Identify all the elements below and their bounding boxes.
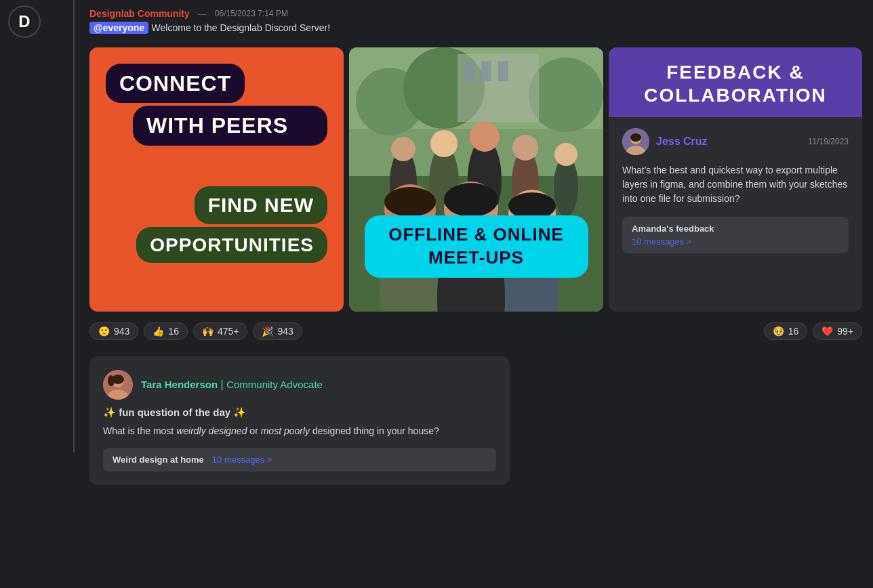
reactions-right: 🥹 16 ❤️ 99+	[764, 322, 873, 340]
card-photo: OFFLINE & ONLINE MEET-UPS	[349, 47, 603, 312]
cards-row: CONNECT WITH PEERS FIND NEW OPPORTUNITIE…	[49, 42, 873, 317]
svg-point-25	[384, 187, 436, 217]
feedback-body: Jess Cruz 11/19/2023 What's the best and…	[609, 117, 862, 264]
connect-bubble-3: FIND NEW	[195, 186, 327, 224]
reaction-thumbsup-count: 16	[168, 326, 179, 337]
svg-point-15	[470, 122, 500, 152]
svg-point-24	[444, 183, 498, 217]
separator: —	[198, 9, 207, 19]
svg-rect-8	[481, 61, 491, 81]
reaction-heart-emoji: ❤️	[821, 326, 833, 337]
feedback-question: What's the best and quickest way to expo…	[622, 163, 849, 206]
connect-bubble-1: CONNECT	[106, 64, 245, 103]
feedback-date: 11/19/2023	[808, 137, 849, 146]
message-body: What is the most weirdly designed or mos…	[103, 424, 496, 438]
offline-text-1: OFFLINE & ONLINE	[388, 224, 564, 245]
welcome-line: @everyone Welcome to the Designlab Disco…	[89, 22, 862, 34]
reaction-party-emoji: 🎉	[262, 326, 273, 337]
timeline-line	[73, 0, 75, 453]
timestamp: 06/15/2023 7:14 PM	[215, 9, 288, 18]
reaction-heart-eyes-emoji: 🥹	[773, 326, 784, 337]
tara-avatar	[103, 370, 133, 400]
feedback-thread[interactable]: Amanda's feedback 10 messages >	[622, 217, 849, 253]
feedback-title-line2: COLLABORATION	[644, 85, 827, 106]
svg-point-17	[512, 135, 538, 161]
svg-point-36	[630, 133, 641, 142]
bottom-user-row: Tara Henderson | Community Advocate	[103, 370, 496, 400]
body-part3: designed thing in your house?	[310, 425, 439, 436]
designlab-logo[interactable]: D	[8, 5, 41, 38]
reaction-smiley-count: 943	[114, 326, 129, 337]
photo-bg: OFFLINE & ONLINE MEET-UPS	[349, 47, 603, 312]
feedback-title-line1: FEEDBACK &	[666, 62, 805, 83]
tara-separator: |	[221, 379, 227, 390]
feedback-header-bg: FEEDBACK & COLLABORATION	[609, 47, 862, 117]
reactions-row: 🙂 943 👍 16 🙌 475+ 🎉 943 🥹 16	[49, 317, 873, 345]
message-meta: Designlab Community — 06/15/2023 7:14 PM	[89, 8, 862, 19]
body-italic2: most poorly	[261, 425, 310, 436]
feedback-title: FEEDBACK & COLLABORATION	[625, 61, 846, 106]
svg-point-19	[554, 143, 577, 166]
body-part2: or	[247, 425, 260, 436]
reaction-thumbsup-emoji: 👍	[153, 326, 164, 337]
tara-role: Community Advocate	[226, 379, 323, 390]
message-header: Designlab Community — 06/15/2023 7:14 PM…	[49, 0, 873, 39]
reaction-heart-count: 99+	[837, 326, 853, 337]
tara-name: Tara Henderson	[141, 379, 218, 390]
reaction-heart-eyes[interactable]: 🥹 16	[764, 322, 808, 340]
offline-bubble: OFFLINE & ONLINE MEET-UPS	[365, 215, 588, 278]
bottom-thread-title: Weird design at home	[113, 455, 204, 465]
svg-point-13	[430, 130, 458, 157]
bottom-thread-link[interactable]: 10 messages >	[212, 455, 272, 465]
svg-point-41	[108, 375, 115, 386]
svg-point-5	[529, 58, 603, 132]
svg-rect-9	[498, 61, 508, 81]
reaction-raised-hands[interactable]: 🙌 475+	[193, 322, 248, 340]
feedback-thread-title: Amanda's feedback	[632, 224, 839, 234]
feedback-thread-link[interactable]: 10 messages >	[632, 236, 839, 247]
welcome-text: Welcome to the Designlab Discord Server!	[152, 22, 331, 33]
reaction-heart-eyes-count: 16	[788, 326, 799, 337]
card-feedback: FEEDBACK & COLLABORATION	[609, 47, 862, 312]
svg-rect-7	[464, 61, 474, 81]
bottom-message: Tara Henderson | Community Advocate ✨ fu…	[89, 356, 510, 485]
reaction-smiley-emoji: 🙂	[98, 326, 110, 337]
tara-name-role: Tara Henderson | Community Advocate	[141, 379, 323, 391]
body-italic1: weirdly designed	[176, 425, 247, 436]
offline-text-2: MEET-UPS	[428, 247, 524, 268]
fun-question-label: ✨ fun question of the day ✨	[103, 406, 496, 419]
reaction-thumbsup[interactable]: 👍 16	[144, 322, 188, 340]
reaction-party[interactable]: 🎉 943	[253, 322, 302, 340]
jess-avatar	[622, 128, 649, 155]
card-connect: CONNECT WITH PEERS FIND NEW OPPORTUNITIE…	[89, 47, 344, 312]
reaction-smiley[interactable]: 🙂 943	[89, 322, 138, 340]
mention-badge[interactable]: @everyone	[89, 22, 148, 34]
connect-bubble-2: WITH PEERS	[133, 106, 327, 145]
sidebar: D	[0, 0, 49, 588]
server-name: Designlab Community	[89, 8, 190, 19]
feedback-user-name: Jess Cruz	[656, 135, 708, 148]
connect-bubble-4: OPPORTUNITIES	[136, 227, 327, 264]
reaction-raised-hands-emoji: 🙌	[202, 326, 214, 337]
reaction-raised-hands-count: 475+	[218, 326, 239, 337]
main-content: Designlab Community — 06/15/2023 7:14 PM…	[49, 0, 873, 588]
body-part1: What is the most	[103, 425, 176, 436]
feedback-user-row: Jess Cruz 11/19/2023	[622, 128, 849, 155]
app-container: D Designlab Community — 06/15/2023 7:14 …	[0, 0, 873, 588]
logo-text: D	[18, 12, 30, 31]
reaction-party-count: 943	[277, 326, 293, 337]
reaction-heart[interactable]: ❤️ 99+	[813, 322, 862, 340]
bottom-thread[interactable]: Weird design at home 10 messages >	[103, 448, 496, 471]
svg-point-11	[391, 137, 415, 161]
